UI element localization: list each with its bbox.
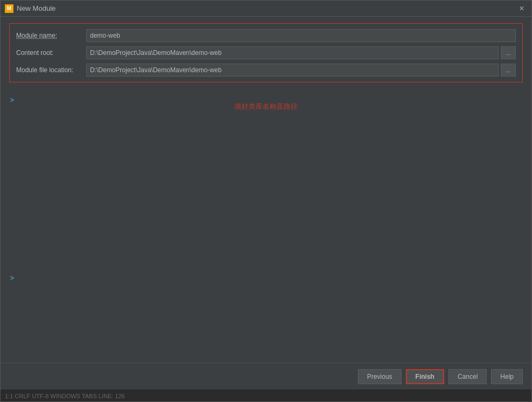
module-file-location-label: Module file location: xyxy=(16,66,86,74)
close-button[interactable]: × xyxy=(516,3,527,14)
content-root-input[interactable] xyxy=(86,46,499,59)
form-section: Module name: Content root: ... Module fi… xyxy=(9,23,523,82)
module-name-row: Module name: xyxy=(16,29,516,42)
module-file-location-row: Module file location: ... xyxy=(16,64,516,77)
module-file-location-input[interactable] xyxy=(86,64,499,77)
left-indicator-top: > xyxy=(10,96,14,104)
dialog-window: M New Module × Module name: Content root… xyxy=(0,0,532,402)
hint-text: 填好类库名称及路径 xyxy=(9,102,523,112)
previous-button[interactable]: Previous xyxy=(358,369,402,384)
finish-button[interactable]: Finish xyxy=(406,369,444,384)
dialog-content: Module name: Content root: ... Module fi… xyxy=(1,17,531,363)
cancel-button[interactable]: Cancel xyxy=(448,369,487,384)
title-bar-left: M New Module xyxy=(5,4,56,13)
left-indicator-bottom: > xyxy=(10,274,14,282)
status-text: 1:1 CRLF UTF-8 WINDOWS TABS LINE: 126 xyxy=(5,393,125,399)
module-name-input-wrapper xyxy=(86,29,516,42)
bottom-bar: Previous Finish Cancel Help xyxy=(1,363,531,390)
help-button[interactable]: Help xyxy=(491,369,523,384)
module-name-input[interactable] xyxy=(86,29,516,42)
content-root-row: Content root: ... xyxy=(16,46,516,59)
content-root-browse-button[interactable]: ... xyxy=(501,46,516,59)
title-bar: M New Module × xyxy=(1,1,531,17)
status-bar: 1:1 CRLF UTF-8 WINDOWS TABS LINE: 126 xyxy=(1,390,531,401)
main-area: > > 填好类库名称及路径 xyxy=(9,91,523,356)
content-root-label: Content root: xyxy=(16,49,86,57)
module-file-browse-button[interactable]: ... xyxy=(501,64,516,77)
module-name-label: Module name: xyxy=(16,32,86,39)
module-icon: M xyxy=(5,4,13,13)
module-file-location-input-wrapper: ... xyxy=(86,64,516,77)
content-root-input-wrapper: ... xyxy=(86,46,516,59)
dialog-title: New Module xyxy=(17,4,56,12)
